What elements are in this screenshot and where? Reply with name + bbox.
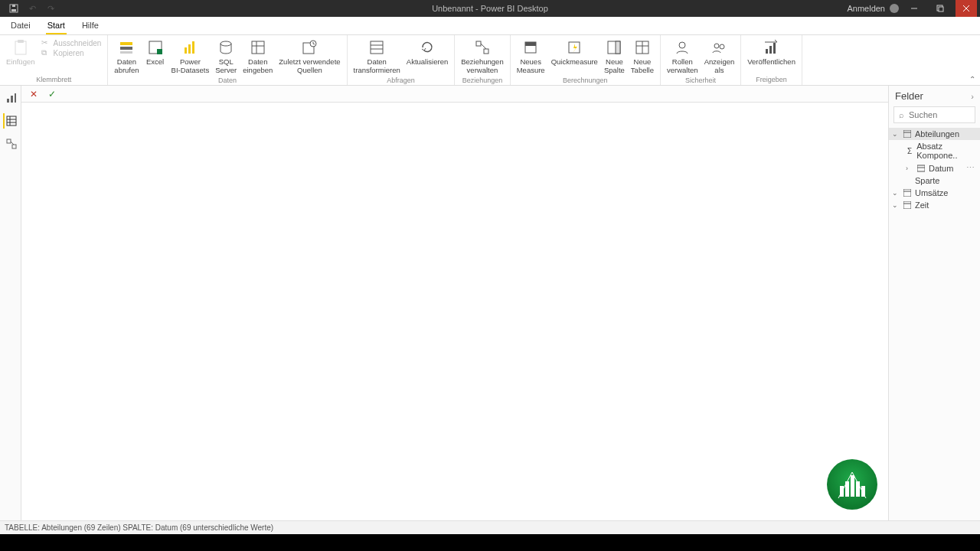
svg-rect-1 — [11, 9, 16, 11]
recent-icon — [300, 38, 318, 57]
fields-search-input[interactable] — [909, 110, 980, 119]
enter-data-icon — [249, 38, 267, 57]
svg-rect-26 — [371, 41, 383, 54]
svg-rect-54 — [7, 139, 11, 143]
maximize-button[interactable] — [929, 0, 951, 17]
svg-rect-66 — [903, 189, 911, 197]
model-view-button[interactable] — [3, 136, 18, 152]
table-icon — [633, 38, 652, 57]
fields-tree: ⌄ Abteilungen Σ Absatz Kompone.. › Datum… — [889, 128, 980, 211]
save-icon[interactable] — [8, 2, 20, 15]
table-icon — [903, 129, 912, 139]
ribbon-collapse-button[interactable]: ⌃ — [969, 75, 975, 83]
formula-input[interactable] — [64, 87, 888, 101]
svg-line-31 — [481, 44, 486, 49]
svg-rect-55 — [12, 145, 16, 148]
chevron-right-icon: › — [906, 165, 913, 172]
viewas-icon — [710, 38, 728, 57]
table-icon — [903, 188, 912, 197]
window-title: Unbenannt - Power BI Desktop — [432, 4, 548, 13]
refresh-button[interactable]: Aktualisieren — [403, 37, 451, 76]
svg-rect-14 — [157, 49, 162, 54]
svg-marker-35 — [573, 44, 577, 53]
fields-title: Felder — [895, 90, 923, 102]
get-data-button[interactable]: Daten abrufen — [111, 37, 142, 76]
report-view-button[interactable] — [3, 90, 18, 106]
publish-icon — [763, 38, 781, 57]
scissors-icon: ✂ — [41, 38, 51, 47]
svg-rect-9 — [18, 40, 24, 43]
new-measure-button[interactable]: Neues Measure — [514, 37, 548, 76]
ribbon: Einfügen ✂Ausschneiden ⧉Kopieren Klemmbr… — [0, 35, 980, 86]
user-avatar-icon[interactable] — [890, 4, 899, 13]
view-rail — [0, 86, 21, 520]
svg-line-56 — [11, 142, 14, 145]
tab-start[interactable]: Start — [46, 18, 67, 34]
svg-point-18 — [220, 41, 231, 46]
clipboard-icon — [11, 38, 30, 57]
minimize-button[interactable] — [903, 0, 925, 17]
view-as-button[interactable]: Anzeigen als — [701, 37, 738, 76]
new-table-button[interactable]: Neue Tabelle — [628, 37, 657, 76]
cut-button: ✂Ausschneiden — [41, 38, 102, 47]
data-view-button[interactable] — [3, 113, 18, 129]
measure-icon — [521, 38, 540, 57]
pbi-icon — [181, 38, 199, 57]
tab-help[interactable]: Hilfe — [80, 18, 100, 34]
more-options-icon[interactable]: ⋯ — [966, 163, 975, 173]
quick-measure-button[interactable]: Quickmeasure — [548, 37, 601, 76]
sql-server-button[interactable]: SQL Server — [212, 37, 240, 76]
table-umsaetze[interactable]: ⌄ Umsätze — [889, 187, 980, 199]
chevron-down-icon: ⌄ — [892, 189, 900, 197]
svg-rect-5 — [939, 7, 943, 11]
field-datum[interactable]: › Datum ⋯ — [889, 161, 980, 174]
pbi-datasets-button[interactable]: Power BI-Datasets — [168, 37, 213, 76]
svg-rect-16 — [188, 44, 191, 54]
canvas-area[interactable] — [21, 103, 888, 520]
svg-rect-46 — [773, 43, 776, 54]
svg-rect-15 — [185, 47, 187, 54]
transform-data-button[interactable]: Daten transformieren — [351, 37, 403, 76]
group-data-label: Daten — [111, 76, 343, 86]
tab-file[interactable]: Datei — [9, 18, 32, 34]
column-icon — [605, 38, 623, 57]
svg-rect-29 — [476, 41, 481, 46]
close-button[interactable] — [956, 0, 977, 17]
bottom-bar — [0, 534, 980, 551]
table-zeit[interactable]: ⌄ Zeit — [889, 199, 980, 211]
title-bar: ↶ ↷ Unbenannt - Power BI Desktop Anmelde… — [0, 0, 980, 17]
chevron-down-icon: ⌄ — [892, 201, 900, 209]
svg-rect-33 — [525, 42, 536, 46]
new-column-button[interactable]: Neue Spalte — [601, 37, 628, 76]
group-relations-label: Beziehungen — [458, 76, 506, 86]
status-bar: TABELLE: Abteilungen (69 Zeilen) SPALTE:… — [0, 520, 980, 534]
group-queries-label: Abfragen — [351, 76, 452, 86]
svg-point-42 — [714, 44, 719, 48]
table-abteilungen[interactable]: ⌄ Abteilungen — [889, 128, 980, 140]
quick-measure-icon — [565, 38, 583, 57]
field-absatz-komponenten[interactable]: Σ Absatz Kompone.. — [889, 140, 980, 161]
svg-rect-48 — [11, 96, 13, 103]
excel-button[interactable]: Excel — [142, 37, 168, 76]
group-calc-label: Berechnungen — [514, 76, 657, 86]
formula-cancel-button[interactable]: ✕ — [28, 88, 40, 100]
fields-search[interactable]: ⌕ — [893, 106, 975, 123]
publish-button[interactable]: Veröffentlichen — [744, 37, 799, 75]
signin-label[interactable]: Anmelden — [847, 4, 885, 13]
manage-relations-button[interactable]: Beziehungen verwalten — [458, 37, 506, 76]
field-sparte[interactable]: Sparte — [889, 174, 980, 187]
svg-rect-64 — [917, 165, 925, 171]
formula-bar: ✕ ✓ — [21, 86, 888, 103]
svg-rect-8 — [15, 41, 26, 54]
relations-icon — [473, 38, 492, 57]
chevron-right-icon[interactable]: › — [971, 92, 974, 101]
roles-icon — [673, 38, 691, 57]
status-text: TABELLE: Abteilungen (69 Zeilen) SPALTE:… — [5, 523, 273, 532]
enter-data-button[interactable]: Daten eingeben — [240, 37, 276, 76]
svg-rect-12 — [120, 51, 132, 54]
group-clipboard-label: Klemmbrett — [3, 75, 104, 85]
formula-confirm-button[interactable]: ✓ — [46, 88, 58, 100]
calendar-icon — [916, 164, 926, 173]
recent-sources-button[interactable]: Zuletzt verwendete Quellen — [276, 37, 343, 76]
manage-roles-button[interactable]: Rollen verwalten — [664, 37, 701, 76]
